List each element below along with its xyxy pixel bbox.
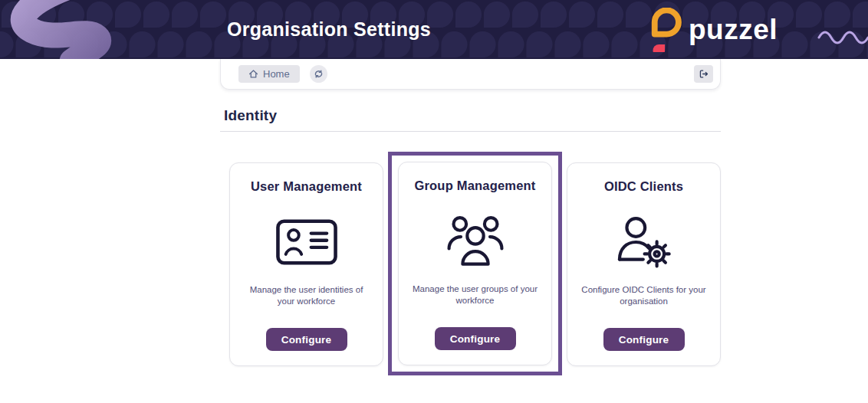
swap-arrows-icon [314,69,324,79]
wave-squiggle-icon [817,25,868,48]
brand-logo: puzzel [646,0,778,59]
card-user-management[interactable]: User Management Manage the user identiti… [229,162,383,366]
main-content: Home Identity [220,59,721,375]
page-title: Organisation Settings [227,0,431,59]
card-group-management[interactable]: Group Management Manage the user groups … [398,162,552,365]
breadcrumb-toolbar: Home [220,59,721,90]
logout-icon [699,69,709,79]
card-description: Manage the user groups of your workforce [409,283,541,306]
swap-button[interactable] [310,65,327,83]
configure-button[interactable]: Configure [266,328,347,351]
brush-squiggle-icon [0,0,176,59]
app-header: Organisation Settings puzzel [0,0,868,59]
card-oidc-clients[interactable]: OIDC Clients Configure OIDC Clients for … [567,162,721,366]
configure-button[interactable]: Configure [435,327,516,350]
cards-row: User Management Manage the user identiti… [220,152,721,375]
user-group-icon [446,211,505,272]
logout-button[interactable] [694,65,713,83]
page: Organisation Settings puzzel Home [0,0,868,403]
card-title: Group Management [414,179,535,193]
home-button[interactable]: Home [238,65,300,83]
card-description: Configure OIDC Clients for your organisa… [578,284,710,306]
configure-button[interactable]: Configure [603,328,685,351]
id-card-icon [275,211,338,273]
user-gear-icon [615,211,673,273]
card-title: OIDC Clients [604,179,683,194]
highlight-box: Group Management Manage the user groups … [388,152,562,375]
puzzel-bubble-icon [646,8,682,52]
card-title: User Management [251,179,362,194]
section-title-identity: Identity [220,107,721,132]
brand-wordmark: puzzel [689,14,778,46]
card-description: Manage the user identities of your workf… [241,284,373,306]
home-icon [248,69,258,79]
home-button-label: Home [263,68,290,80]
